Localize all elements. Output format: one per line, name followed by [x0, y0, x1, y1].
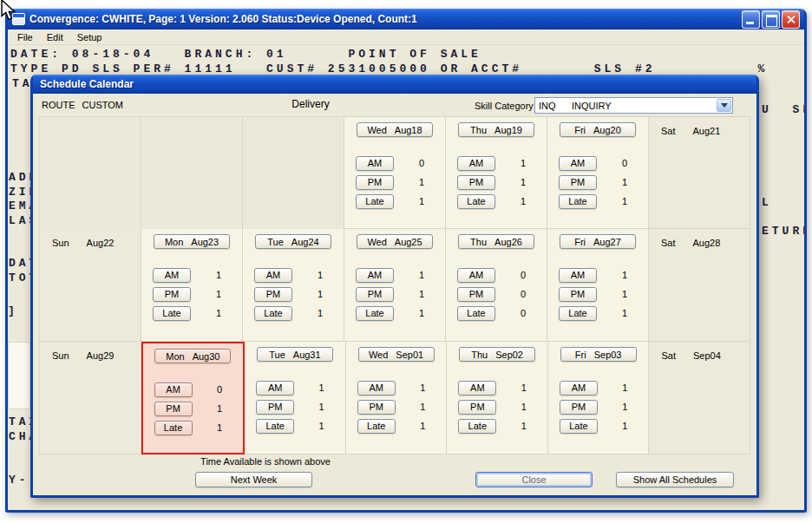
pm-button[interactable]: PM: [559, 175, 597, 190]
am-button[interactable]: AM: [356, 268, 394, 283]
am-button[interactable]: AM: [357, 381, 396, 396]
pm-button[interactable]: PM: [457, 175, 495, 190]
am-count: 0: [622, 158, 627, 168]
pm-button[interactable]: PM: [559, 287, 597, 302]
day-button[interactable]: Thu Aug19: [458, 122, 534, 137]
maximize-icon[interactable]: [762, 10, 780, 29]
calendar-weekend-cell: Sat Sep04: [649, 342, 750, 454]
late-button[interactable]: Late: [559, 194, 597, 209]
time-slots: AM 0 PM 1 Late 1: [344, 154, 445, 211]
weekend-day-label: Sat Sep04: [661, 350, 720, 361]
day-button[interactable]: Thu Aug26: [458, 234, 534, 249]
day-button[interactable]: Wed Aug25: [357, 234, 433, 249]
slot-row: Late 1: [344, 304, 445, 323]
slot-row: Late 1: [346, 416, 447, 435]
slot-row: AM 1: [346, 378, 447, 397]
close-button[interactable]: Close: [475, 472, 593, 487]
am-button[interactable]: AM: [559, 156, 597, 171]
slot-row: Late 1: [141, 304, 242, 323]
late-button[interactable]: Late: [256, 419, 294, 434]
late-button[interactable]: Late: [457, 306, 495, 321]
calendar-day-cell: Tue Aug31 AM 1 PM: [245, 342, 346, 454]
day-button[interactable]: Fri Aug20: [560, 122, 636, 137]
pm-button[interactable]: PM: [154, 402, 193, 416]
late-button[interactable]: Late: [254, 306, 292, 321]
late-button[interactable]: Late: [356, 194, 394, 209]
late-button[interactable]: Late: [356, 306, 394, 321]
am-count: 1: [521, 382, 527, 393]
am-button[interactable]: AM: [254, 268, 292, 283]
time-slots: AM 0 PM 1 Late 1: [143, 380, 244, 437]
am-button[interactable]: AM: [457, 156, 495, 171]
day-button[interactable]: Fri Sep03: [560, 347, 637, 362]
late-button[interactable]: Late: [457, 194, 495, 209]
day-button[interactable]: Wed Sep01: [358, 347, 435, 362]
slot-row: AM 1: [547, 265, 648, 284]
show-all-schedules-button[interactable]: Show All Schedules: [616, 472, 734, 487]
late-button[interactable]: Late: [153, 306, 191, 321]
slot-row: Late 1: [547, 304, 648, 323]
day-of-week: Sun: [52, 350, 69, 361]
am-count: 0: [217, 384, 222, 395]
late-button[interactable]: Late: [154, 421, 193, 435]
skill-code: INQ: [539, 101, 556, 111]
day-of-week: Mon: [165, 237, 183, 247]
calendar-weekend-cell: Sun Aug29: [39, 342, 141, 454]
day-button[interactable]: Thu Sep02: [459, 347, 535, 362]
pm-button[interactable]: PM: [357, 400, 396, 415]
skill-category-combobox[interactable]: INQ INQUIRY: [534, 97, 733, 114]
late-button[interactable]: Late: [559, 306, 597, 321]
pm-button[interactable]: PM: [458, 400, 496, 415]
slot-row: Late 1: [243, 304, 344, 323]
late-button[interactable]: Late: [357, 419, 396, 434]
pm-button[interactable]: PM: [153, 287, 191, 302]
am-button[interactable]: AM: [458, 381, 496, 396]
slot-row: AM 0: [143, 380, 244, 399]
main-window-titlebar[interactable]: Convergence: CWHITE, Page: 1 Version: 2.…: [8, 9, 804, 29]
am-button[interactable]: AM: [457, 268, 495, 283]
pm-button[interactable]: PM: [356, 287, 394, 302]
day-button[interactable]: Mon Aug23: [154, 234, 230, 249]
am-button[interactable]: AM: [256, 381, 294, 396]
time-slots: AM 1 PM 1 Late 1: [548, 378, 649, 435]
late-count: 1: [216, 308, 221, 318]
am-button[interactable]: AM: [154, 382, 193, 397]
weekend-day-label: Sat Aug21: [661, 126, 720, 136]
close-icon[interactable]: [782, 10, 800, 29]
calendar-day-cell: Thu Aug26 AM 0 PM: [446, 229, 547, 342]
late-button[interactable]: Late: [458, 419, 496, 434]
calendar-week-row: Sun Aug29 Mon Aug30: [39, 342, 750, 454]
pm-button[interactable]: PM: [254, 287, 292, 302]
client-area: DATE: 08-18-04 BRANCH: 01 POINT OF SALE …: [8, 45, 804, 509]
am-button[interactable]: AM: [559, 268, 597, 283]
day-button[interactable]: Mon Aug30: [154, 349, 231, 363]
day-button[interactable]: Fri Aug27: [560, 234, 636, 249]
slot-row: Late 1: [143, 418, 244, 437]
menu-edit[interactable]: Edit: [40, 30, 70, 44]
slot-row: AM 1: [447, 378, 547, 397]
slot-row: Late 1: [245, 416, 345, 435]
pm-button[interactable]: PM: [256, 400, 294, 415]
day-of-week: Fri: [574, 125, 586, 135]
day-button[interactable]: Tue Aug24: [255, 234, 331, 249]
day-date: Aug31: [293, 350, 321, 360]
slot-row: Late 1: [447, 416, 547, 435]
slot-row: PM 1: [547, 284, 648, 304]
minimize-icon[interactable]: [742, 10, 760, 29]
day-button[interactable]: Wed Aug18: [357, 122, 433, 137]
dialog-titlebar[interactable]: Schedule Calendar: [33, 75, 756, 94]
am-button[interactable]: AM: [560, 381, 598, 396]
next-week-button[interactable]: Next Week: [195, 472, 312, 487]
am-button[interactable]: AM: [356, 156, 394, 171]
menu-setup[interactable]: Setup: [70, 30, 109, 44]
pm-button[interactable]: PM: [457, 287, 495, 302]
time-slots: AM 1 PM 1 Late 1: [243, 265, 344, 323]
day-button[interactable]: Tue Aug31: [257, 347, 333, 362]
day-of-week: Sat: [661, 126, 676, 136]
menu-file[interactable]: File: [10, 30, 40, 44]
pm-button[interactable]: PM: [560, 400, 598, 415]
chevron-down-icon[interactable]: [717, 99, 731, 112]
am-button[interactable]: AM: [153, 268, 191, 283]
pm-button[interactable]: PM: [356, 175, 394, 190]
late-button[interactable]: Late: [560, 419, 598, 434]
